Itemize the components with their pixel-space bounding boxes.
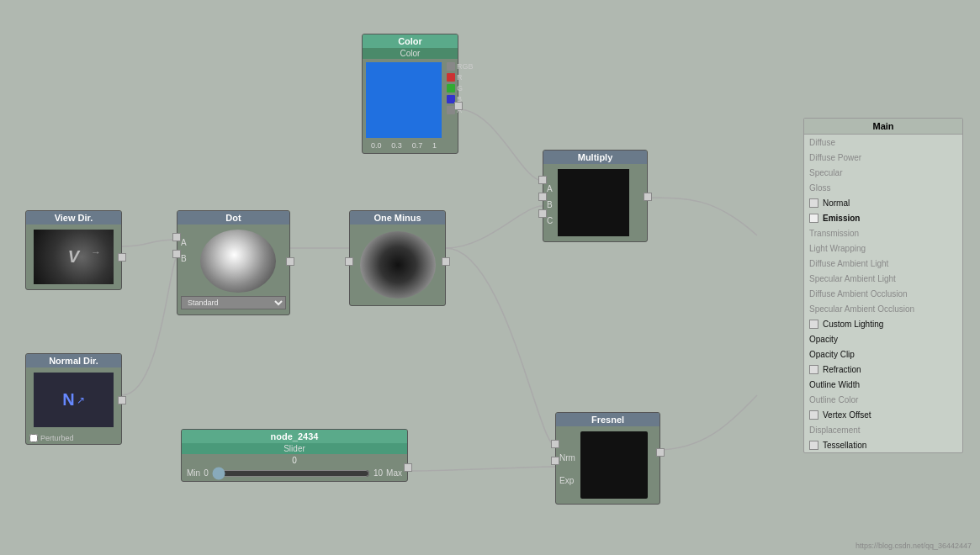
specular-ambient-label: Specular Ambient Light: [809, 274, 896, 283]
normaldir-preview: N ↗: [34, 373, 114, 427]
panel-row-opacity-clip: Opacity Clip: [804, 346, 962, 362]
dot-node: Dot A B Standard: [177, 210, 290, 315]
panel-row-refraction: Refraction: [804, 362, 962, 377]
normaldir-node: Normal Dir. N ↗ Perturbed: [25, 353, 122, 445]
slider-min-value: 0: [204, 468, 209, 478]
color-output-port[interactable]: [454, 102, 463, 110]
panel-row-diffuse: Diffuse: [804, 135, 962, 150]
multiply-node-title: Multiply: [543, 151, 647, 164]
panel-row-light-wrapping: Light Wrapping: [804, 240, 962, 256]
dot-output-port[interactable]: [286, 257, 294, 266]
refraction-checkbox[interactable]: [809, 365, 818, 374]
viewdir-preview: V →: [34, 230, 114, 284]
dot-port-b[interactable]: [172, 250, 181, 258]
color-node: Color Color 0.0 0.3 0.7 1 RGB R G B A: [362, 34, 458, 154]
diffuse-occlusion-label: Diffuse Ambient Occlusion: [809, 289, 908, 299]
dot-port-a-label: A: [181, 238, 187, 247]
slider-min-label: Min: [187, 468, 200, 478]
watermark: https://blog.csdn.net/qq_36442447: [856, 542, 972, 550]
pin-rgb: RGB: [447, 62, 474, 71]
panel-row-displacement: Displacement: [804, 422, 962, 437]
panel-row-transmission: Transmission: [804, 225, 962, 240]
tessellation-label: Tessellation: [823, 441, 866, 450]
panel-row-outline-width: Outline Width: [804, 377, 962, 392]
slider-output-port[interactable]: [404, 463, 412, 472]
slider-max-value: 10: [373, 468, 383, 478]
fresnel-output-port[interactable]: [656, 448, 665, 457]
panel-title: Main: [804, 119, 962, 135]
normal-checkbox[interactable]: [809, 198, 818, 208]
panel-row-specular-ambient: Specular Ambient Light: [804, 271, 962, 286]
dot-node-title: Dot: [177, 211, 289, 225]
normaldir-arrow-icon: ↗: [77, 394, 85, 406]
panel-row-diffuse-power: Diffuse Power: [804, 150, 962, 165]
panel-row-tessellation: Tessellation: [804, 437, 962, 452]
fresnel-node-title: Fresnel: [556, 413, 660, 426]
panel-row-opacity: Opacity: [804, 331, 962, 346]
pin-r: R: [447, 73, 474, 82]
normal-label: Normal: [823, 198, 850, 208]
multiply-port-c-label: C: [547, 216, 553, 225]
opacity-label: Opacity: [809, 335, 838, 344]
vertex-offset-checkbox[interactable]: [809, 410, 818, 420]
opacity-clip-label: Opacity Clip: [809, 350, 855, 359]
color-preview[interactable]: [366, 62, 442, 138]
slider-range-input[interactable]: [212, 470, 370, 477]
oneminus-input-port[interactable]: [345, 257, 353, 266]
refraction-label: Refraction: [823, 365, 861, 374]
oneminus-preview: [360, 231, 436, 299]
fresnel-port-exp-label: Exp: [559, 476, 575, 485]
viewdir-output-port[interactable]: [118, 253, 126, 262]
dot-port-b-label: B: [181, 254, 187, 263]
vertex-offset-label: Vertex Offset: [823, 410, 871, 420]
panel-row-emission: Emission: [804, 210, 962, 225]
slider-value-display: 0: [182, 454, 407, 467]
panel-row-specular: Specular: [804, 165, 962, 180]
panel-row-diffuse-ambient: Diffuse Ambient Light: [804, 256, 962, 271]
multiply-output-port[interactable]: [644, 193, 652, 201]
displacement-label: Displacement: [809, 426, 861, 435]
light-wrapping-label: Light Wrapping: [809, 244, 866, 253]
dot-port-a[interactable]: [172, 233, 181, 241]
dot-dropdown[interactable]: Standard: [181, 296, 286, 309]
fresnel-port-nrm[interactable]: [551, 440, 559, 448]
emission-label: Emission: [823, 214, 860, 223]
transmission-label: Transmission: [809, 229, 859, 238]
gloss-label: Gloss: [809, 183, 831, 193]
main-panel: Main Diffuse Diffuse Power Specular Glos…: [803, 118, 963, 453]
oneminus-node: One Minus: [349, 210, 446, 306]
panel-row-specular-occlusion: Specular Ambient Occlusion: [804, 301, 962, 316]
perturbed-checkbox[interactable]: [29, 434, 38, 442]
perturbed-row: Perturbed: [26, 432, 121, 444]
oneminus-output-port[interactable]: [442, 257, 450, 266]
oneminus-node-title: One Minus: [350, 211, 445, 225]
specular-label: Specular: [809, 168, 842, 177]
panel-row-gloss: Gloss: [804, 180, 962, 195]
slider-max-label: Max: [386, 468, 402, 478]
fresnel-port-exp[interactable]: [551, 457, 559, 465]
normaldir-node-title: Normal Dir.: [26, 354, 121, 367]
multiply-port-c[interactable]: [538, 209, 547, 218]
slider-node: node_2434 Slider 0 Min 0 10 Max: [181, 429, 408, 482]
diffuse-label: Diffuse: [809, 138, 835, 147]
fresnel-port-nrm-label: Nrm: [559, 453, 575, 462]
specular-occlusion-label: Specular Ambient Occlusion: [809, 304, 914, 314]
multiply-preview: [558, 169, 629, 236]
multiply-port-b[interactable]: [538, 193, 547, 201]
custom-lighting-label: Custom Lighting: [823, 320, 883, 329]
outline-width-label: Outline Width: [809, 380, 860, 389]
panel-row-diffuse-occlusion: Diffuse Ambient Occlusion: [804, 286, 962, 301]
outline-color-label: Outline Color: [809, 395, 858, 404]
multiply-port-b-label: B: [547, 200, 553, 209]
r-dot: [447, 73, 455, 82]
panel-row-custom-lighting: Custom Lighting: [804, 316, 962, 331]
multiply-port-a[interactable]: [538, 176, 547, 184]
tessellation-checkbox[interactable]: [809, 441, 818, 450]
custom-lighting-checkbox[interactable]: [809, 320, 818, 329]
g-dot: [447, 84, 455, 92]
normaldir-output-port[interactable]: [118, 396, 126, 404]
normaldir-n-icon: N: [62, 390, 74, 410]
emission-checkbox[interactable]: [809, 214, 818, 223]
dot-preview: [200, 230, 276, 293]
color-node-subtitle: Color: [363, 48, 458, 59]
